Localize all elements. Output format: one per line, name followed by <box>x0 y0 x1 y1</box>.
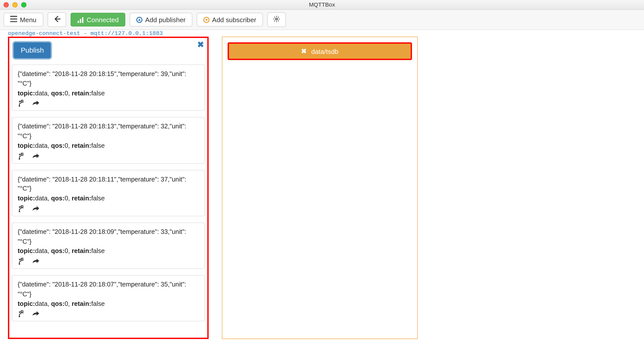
message-card: {"datetime": "2018-11-28 20:18:13","temp… <box>12 117 205 164</box>
svg-point-5 <box>19 158 20 160</box>
retain-value: false <box>91 195 105 202</box>
toolbar: Menu Connected Add publisher Add sub <box>0 10 644 30</box>
connection-status-label: Connected <box>87 16 119 23</box>
qos-value: 0 <box>65 142 68 149</box>
subscriber-topic-label: data/tsdb <box>311 47 338 55</box>
window-title: MQTTBox <box>0 0 644 10</box>
menu-button[interactable]: Menu <box>4 13 43 26</box>
message-meta: topic:data, qos:0, retain:false <box>18 194 199 203</box>
svg-point-4 <box>19 105 20 107</box>
topic-value: data <box>35 195 48 202</box>
add-subscriber-label: Add subscriber <box>212 16 256 23</box>
svg-rect-2 <box>82 17 83 23</box>
publisher-panel: ✖ Publish {"datetime": "2018-11-28 20:18… <box>8 37 209 339</box>
message-card: {"datetime": "2018-11-28 20:18:07","temp… <box>12 275 205 321</box>
message-payload: {"datetime": "2018-11-28 20:18:15","temp… <box>18 69 199 88</box>
publish-button-label: Publish <box>21 46 44 54</box>
message-meta: topic:data, qos:0, retain:false <box>18 141 199 151</box>
menu-button-label: Menu <box>20 16 36 23</box>
forward-icon[interactable] <box>32 205 40 212</box>
remove-subscriber-icon[interactable]: ✖ <box>301 47 307 55</box>
window-maximize-button[interactable] <box>21 2 26 8</box>
add-publisher-button[interactable]: Add publisher <box>130 13 192 26</box>
gear-icon <box>273 15 280 24</box>
subscriber-panel: ✖ data/tsdb <box>222 37 418 339</box>
forward-icon[interactable] <box>32 100 40 107</box>
retain-label: retain: <box>72 247 91 254</box>
republish-icon[interactable] <box>18 153 26 160</box>
topic-label: topic: <box>18 142 35 149</box>
publish-button[interactable]: Publish <box>14 42 51 58</box>
qos-value: 0 <box>65 247 68 254</box>
topic-label: topic: <box>18 300 35 307</box>
retain-label: retain: <box>72 300 91 307</box>
qos-label: qos: <box>51 89 65 96</box>
back-button[interactable] <box>48 12 66 27</box>
topic-value: data <box>35 142 48 149</box>
republish-icon[interactable] <box>18 100 26 107</box>
add-publisher-label: Add publisher <box>145 16 186 23</box>
message-actions <box>18 153 199 160</box>
message-actions <box>18 310 199 317</box>
retain-label: retain: <box>72 89 91 96</box>
forward-icon[interactable] <box>32 153 40 160</box>
message-meta: topic:data, qos:0, retain:false <box>18 246 199 256</box>
topic-label: topic: <box>18 247 35 254</box>
svg-point-8 <box>19 316 20 317</box>
qos-label: qos: <box>51 247 65 254</box>
republish-icon[interactable] <box>18 258 26 265</box>
download-circle-icon <box>203 17 210 23</box>
svg-point-7 <box>19 263 20 265</box>
qos-label: qos: <box>51 142 65 149</box>
svg-rect-0 <box>77 21 79 23</box>
message-card: {"datetime": "2018-11-28 20:18:09","temp… <box>12 222 205 269</box>
qos-value: 0 <box>65 89 68 96</box>
retain-label: retain: <box>72 195 91 202</box>
message-actions <box>18 258 199 265</box>
hamburger-icon <box>10 16 17 23</box>
retain-value: false <box>91 300 105 307</box>
window-titlebar: MQTTBox <box>0 0 644 10</box>
svg-point-3 <box>275 18 277 20</box>
message-actions <box>18 205 199 212</box>
topic-label: topic: <box>18 89 35 96</box>
add-subscriber-button[interactable]: Add subscriber <box>197 13 263 26</box>
subscriber-topic-header: ✖ data/tsdb <box>228 42 412 60</box>
message-payload: {"datetime": "2018-11-28 20:18:11","temp… <box>18 174 199 194</box>
qos-value: 0 <box>65 195 68 202</box>
svg-rect-1 <box>80 19 81 23</box>
window-close-button[interactable] <box>4 2 9 8</box>
republish-icon[interactable] <box>18 310 26 317</box>
qos-label: qos: <box>51 195 65 202</box>
upload-circle-icon <box>136 17 143 23</box>
message-payload: {"datetime": "2018-11-28 20:18:09","temp… <box>18 227 199 246</box>
topic-value: data <box>35 247 48 254</box>
retain-value: false <box>91 142 105 149</box>
topic-label: topic: <box>18 195 35 202</box>
qos-value: 0 <box>65 300 68 307</box>
publisher-message-list: {"datetime": "2018-11-28 20:18:15","temp… <box>12 64 205 321</box>
message-payload: {"datetime": "2018-11-28 20:18:13","temp… <box>18 122 199 141</box>
message-meta: topic:data, qos:0, retain:false <box>18 299 199 309</box>
close-publisher-icon[interactable]: ✖ <box>197 40 204 50</box>
signal-icon <box>77 16 84 23</box>
svg-point-6 <box>19 211 20 212</box>
window-minimize-button[interactable] <box>12 2 18 8</box>
message-payload: {"datetime": "2018-11-28 20:18:07","temp… <box>18 280 199 299</box>
retain-label: retain: <box>72 142 91 149</box>
message-card: {"datetime": "2018-11-28 20:18:15","temp… <box>12 64 205 111</box>
arrow-left-icon <box>53 15 60 24</box>
settings-button[interactable] <box>267 12 286 27</box>
forward-icon[interactable] <box>32 310 40 317</box>
forward-icon[interactable] <box>32 258 40 265</box>
retain-value: false <box>91 247 105 254</box>
message-card: {"datetime": "2018-11-28 20:18:11","temp… <box>12 170 205 216</box>
panels-row: ✖ Publish {"datetime": "2018-11-28 20:18… <box>0 37 644 347</box>
retain-value: false <box>91 89 105 96</box>
message-actions <box>18 100 199 107</box>
connection-status-button[interactable]: Connected <box>70 13 125 26</box>
message-meta: topic:data, qos:0, retain:false <box>18 89 199 98</box>
topic-value: data <box>35 89 48 96</box>
connection-breadcrumb[interactable]: openedge-connect-test - mqtt://127.0.0.1… <box>0 30 644 37</box>
republish-icon[interactable] <box>18 205 26 212</box>
